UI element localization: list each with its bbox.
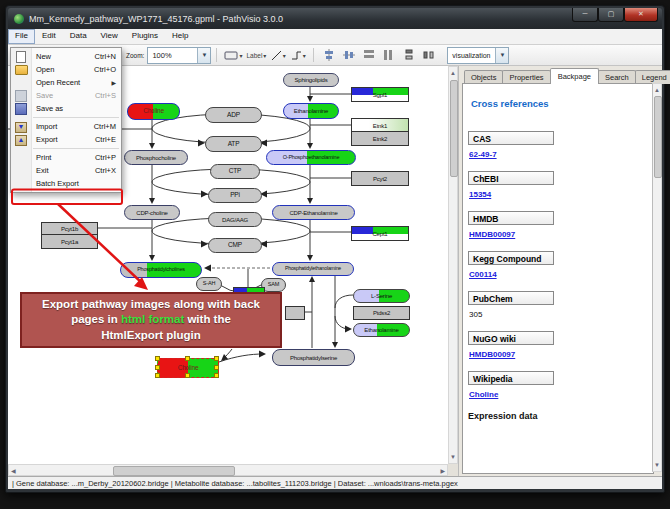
tab-properties[interactable]: Properties — [502, 70, 550, 84]
canvas-vscrollbar[interactable]: ▲ ▼ — [448, 66, 458, 464]
file-menu: NewCtrl+NOpenCtrl+OOpen Recent▶SaveCtrl+… — [10, 47, 122, 193]
close-button[interactable]: ✕ — [624, 8, 658, 22]
xref-title: Wikipedia — [468, 371, 554, 385]
scroll-right-icon[interactable]: ▶ — [440, 466, 445, 476]
zoom-combobox[interactable]: 100% ▼ — [147, 47, 211, 64]
file-menu-item-batch-export[interactable]: Batch Export — [11, 177, 121, 190]
node-etnk2[interactable]: Etnk2 — [351, 131, 409, 146]
node-cdp-choline[interactable]: CDP-choline — [124, 205, 180, 220]
selection-handle[interactable] — [155, 365, 160, 370]
cas-link[interactable]: 62-49-7 — [469, 150, 653, 159]
xref-section-wikipedia: WikipediaCholine — [468, 371, 653, 399]
node-phosphocholine[interactable]: Phosphocholine — [124, 150, 188, 165]
scroll-down-icon[interactable]: ▼ — [449, 452, 457, 462]
minimize-button[interactable]: ─ — [572, 8, 598, 22]
menu-help[interactable]: Help — [165, 29, 195, 44]
selection-handle[interactable] — [214, 356, 219, 361]
menu-file[interactable]: File — [8, 29, 35, 44]
stack-vertical-button[interactable] — [400, 46, 418, 65]
line-tool-button[interactable]: ▾ — [269, 46, 287, 65]
tab-search[interactable]: Search — [598, 70, 636, 84]
selection-handle[interactable] — [185, 373, 190, 378]
node-cmp[interactable]: CMP — [208, 238, 262, 253]
canvas-hscroll-thumb[interactable] — [113, 466, 235, 476]
tab-objects[interactable]: Objects — [464, 70, 503, 84]
hmdb-link[interactable]: HMDB00097 — [469, 230, 653, 239]
node-phosphatidylserine[interactable]: Phosphatidylserine — [272, 349, 355, 366]
side-panel: ObjectsPropertiesBackpageSearchLegend Cr… — [458, 66, 662, 476]
save-as-disk-icon — [15, 103, 27, 115]
visualization-combobox[interactable]: visualization ▼ — [447, 47, 509, 64]
selection-handle[interactable] — [155, 373, 160, 378]
menu-data[interactable]: Data — [63, 29, 94, 44]
file-menu-item-new[interactable]: NewCtrl+N — [11, 50, 121, 63]
title-bar[interactable]: Mm_Kennedy_pathway_WP1771_45176.gpml - P… — [8, 8, 662, 29]
panel-vscrollbar[interactable]: ▲ ▼ — [652, 83, 662, 472]
selection-handle[interactable] — [214, 373, 219, 378]
datanode-tool-button[interactable]: ▾ — [223, 46, 243, 65]
canvas-hscrollbar[interactable]: ◀ ▶ — [8, 464, 448, 476]
chebi-link[interactable]: 15354 — [469, 190, 653, 199]
node-sphingolipids[interactable]: Sphingolipids — [283, 73, 339, 87]
node-pcyt2[interactable]: Pcyt2 — [351, 171, 409, 186]
node-cept1[interactable]: Cept1 — [351, 226, 409, 241]
canvas-vscroll-thumb[interactable] — [450, 80, 458, 177]
align-center-y-button[interactable] — [340, 46, 358, 65]
file-menu-item-save-as[interactable]: Save as — [11, 102, 121, 115]
selection-handle[interactable] — [214, 365, 219, 370]
file-menu-item-print[interactable]: PrintCtrl+P — [11, 151, 121, 164]
common-height-button[interactable] — [380, 46, 398, 65]
node-ethanolamine-bottom[interactable]: Ethanolamine — [353, 323, 410, 337]
node-l-serine[interactable]: L-Serine — [353, 289, 410, 303]
file-menu-item-import[interactable]: ▼ImportCtrl+M — [11, 120, 121, 133]
tab-legend[interactable]: Legend — [635, 70, 670, 84]
panel-scroll-up-icon[interactable]: ▲ — [653, 85, 661, 95]
connector-tool-button[interactable]: ▾ — [289, 46, 307, 65]
node-sgpl1[interactable]: Sgpl1 — [351, 87, 409, 102]
panel-scroll-down-icon[interactable]: ▼ — [653, 460, 661, 470]
file-menu-item-open-recent[interactable]: Open Recent▶ — [11, 76, 121, 89]
node-o-phosphoethanolamine[interactable]: O-Phosphoethanolamine — [266, 150, 356, 165]
scroll-left-icon[interactable]: ◀ — [11, 466, 16, 476]
cross-references-heading: Cross references — [471, 98, 653, 109]
node-ethanolamine-top[interactable]: Ethanolamine — [283, 103, 339, 119]
node-ptdss1[interactable] — [285, 306, 305, 320]
node-s-ah[interactable]: S-AH — [196, 277, 222, 291]
wikipedia-link[interactable]: Choline — [469, 390, 653, 399]
menu-edit[interactable]: Edit — [35, 29, 63, 44]
kegg-compound-link[interactable]: C00114 — [469, 270, 653, 279]
nugo-wiki-link[interactable]: HMDB00097 — [469, 350, 653, 359]
export-box-icon: ▲ — [15, 135, 27, 146]
node-ppi[interactable]: PPi — [208, 188, 262, 203]
node-ctp[interactable]: CTP — [210, 164, 260, 179]
file-menu-item-exit[interactable]: ExitCtrl+X — [11, 164, 121, 177]
menu-view[interactable]: View — [94, 29, 125, 44]
node-dag-aag[interactable]: DAG/AAG — [208, 212, 262, 227]
node-atp[interactable]: ATP — [205, 136, 262, 152]
file-menu-item-open[interactable]: OpenCtrl+O — [11, 63, 121, 76]
node-cdp-ethanolamine[interactable]: CDP-Ethanolamine — [272, 205, 355, 220]
selection-handle[interactable] — [185, 356, 190, 361]
zoom-label: Zoom: — [126, 52, 144, 59]
file-menu-item-export[interactable]: ▲ExportCtrl+E — [11, 133, 121, 146]
node-adp[interactable]: ADP — [205, 107, 262, 123]
node-phosphatidylcholines[interactable]: Phosphatidylcholines — [120, 262, 202, 278]
panel-vscroll-thumb[interactable] — [654, 96, 662, 178]
node-pcyt1a[interactable]: Pcyt1a — [41, 234, 98, 249]
selection-handle[interactable] — [155, 356, 160, 361]
tab-backpage[interactable]: Backpage — [550, 68, 599, 84]
visualization-dropdown-icon[interactable]: ▼ — [495, 48, 508, 63]
align-center-x-button[interactable] — [320, 46, 338, 65]
scroll-up-icon[interactable]: ▲ — [449, 68, 457, 78]
submenu-arrow-icon: ▶ — [111, 79, 116, 86]
menu-plugins[interactable]: Plugins — [125, 29, 165, 44]
maximize-button[interactable]: ▢ — [598, 8, 624, 22]
node-phosphatidylethanolamine[interactable]: Phosphatidylethanolamine — [272, 262, 354, 276]
zoom-dropdown-icon[interactable]: ▼ — [197, 48, 210, 63]
common-width-button[interactable] — [360, 46, 378, 65]
xref-title: HMDB — [468, 211, 554, 225]
stack-horizontal-button[interactable] — [420, 46, 438, 65]
node-choline-top[interactable]: Choline — [127, 103, 180, 120]
label-tool-button[interactable]: Label ▾ — [245, 46, 267, 65]
node-ptdss2[interactable]: Ptdss2 — [353, 306, 410, 320]
